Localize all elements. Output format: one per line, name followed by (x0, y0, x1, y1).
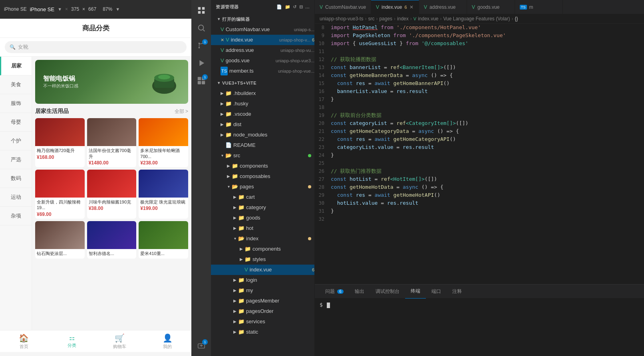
tab-close-index[interactable]: ✕ (409, 4, 413, 10)
tab-address[interactable]: V address.vue (419, 0, 467, 14)
panel-tab-comments[interactable]: 注释 (447, 285, 467, 299)
folder-static[interactable]: ▶ 📁 static (211, 327, 314, 337)
nav-item-cart[interactable]: 🛒 购物车 (96, 333, 144, 350)
category-item-premium[interactable]: 严选 (0, 150, 32, 169)
file-index-vue[interactable]: V index.vue 6 (211, 265, 314, 275)
terminal-content[interactable]: $ (315, 299, 644, 356)
product-card-6[interactable]: 极光限定 珠光蓝珐琅碗 ¥199.00 (139, 170, 188, 219)
open-file-address[interactable]: V address.vue uniapp-shop-vu... (211, 45, 314, 55)
folder-index-styles[interactable]: ▶ 📁 styles (211, 254, 314, 265)
search-icon[interactable] (194, 21, 209, 35)
product-card-1[interactable]: 梅乃宿梅酒720毫升 ¥168.00 (35, 118, 85, 167)
product-card-9[interactable]: 爱米410重... (139, 221, 188, 259)
open-file-index[interactable]: ✕ V index.vue uniapp-shop-v... 6 (211, 35, 314, 45)
new-folder-icon[interactable]: 📁 (285, 4, 291, 10)
section-more[interactable]: 全部 > (175, 108, 188, 115)
open-file-goods[interactable]: V goods.vue uniapp-shop-vue3... (211, 55, 314, 66)
remote-icon[interactable]: 1 (194, 338, 209, 353)
code-line-18: 18 (315, 103, 644, 111)
folder-goods[interactable]: ▶ 📁 goods (211, 213, 314, 223)
product-card-4[interactable]: 全新升级，四川酸辣椅19... ¥69.00 (35, 170, 85, 219)
folder-src[interactable]: ▾ 📂 src (211, 150, 314, 161)
readme-icon: 📄 (225, 141, 232, 150)
terminal-cursor (327, 303, 330, 308)
category-item-sports[interactable]: 运动 (0, 188, 32, 207)
zoom-dropdown-icon[interactable]: ▼ (115, 7, 120, 12)
more-icon[interactable]: ... (305, 4, 310, 10)
folder-pages-member[interactable]: ▶ 📁 pagesMember (211, 296, 314, 306)
line-content-16: bannerList.value = res.result (331, 87, 639, 95)
folder-cart[interactable]: ▶ 📁 cart (211, 192, 314, 202)
folder-index-components[interactable]: ▶ 📁 components (211, 244, 314, 254)
run-icon[interactable] (194, 56, 209, 70)
folder-category[interactable]: ▶ 📁 category (211, 202, 314, 213)
folder-icon-components: 📁 (232, 162, 238, 170)
folder-services[interactable]: ▶ 📁 services (211, 316, 314, 327)
folder-dist[interactable]: ▶ 📁 dist (211, 119, 314, 130)
product-card-2[interactable]: 法国年份佳文酱700毫升 ¥1480.00 (87, 118, 137, 167)
folder-hbuilderx[interactable]: ▶ 📁 .hbuilderx (211, 88, 314, 99)
problems-label: 问题 (325, 288, 335, 295)
tab-member[interactable]: TS m (515, 0, 563, 14)
collapse-icon[interactable]: ⊟ (299, 4, 303, 10)
folder-components[interactable]: ▶ 📁 components (211, 161, 314, 171)
folder-login[interactable]: ▶ 📁 login (211, 275, 314, 285)
folder-name-static: static (246, 328, 314, 336)
extensions-icon[interactable]: 1 (194, 73, 209, 88)
folder-pages[interactable]: ▾ 📂 pages (211, 182, 314, 192)
product-area: 智能电饭锅 不一样的米饭口感 居家生活用品 全部 > (32, 57, 191, 330)
product-card-8[interactable]: 智利赤德名... (87, 221, 137, 259)
category-item-fashion[interactable]: 服饰 (0, 94, 32, 113)
dropdown-icon[interactable]: ▼ (58, 7, 62, 12)
product-card-5[interactable]: 川味牛肉辣椒酱190克 ¥38.00 (87, 170, 137, 219)
panel-tab-output[interactable]: 输出 (349, 285, 370, 299)
breadcrumb-sep-2: › (376, 16, 378, 22)
category-item-digital[interactable]: 数码 (0, 169, 32, 188)
nav-item-profile[interactable]: 👤 我的 (143, 333, 191, 350)
panel-tab-terminal[interactable]: 终端 (405, 285, 426, 299)
category-item-personal[interactable]: 个护 (0, 132, 32, 150)
category-item-misc[interactable]: 杂项 (0, 207, 32, 225)
folder-hot[interactable]: ▶ 📁 hot (211, 223, 314, 233)
product-card-3[interactable]: 多米尼加辣年蛤蜊酒700... ¥238.00 (139, 118, 188, 167)
folder-node-modules[interactable]: ▶ 📁 node_modules (211, 130, 314, 140)
open-file-customnavbar[interactable]: V CustomNavbar.vue uniapp-s... (211, 24, 314, 35)
panel-tab-problems[interactable]: 问题 6 (320, 285, 349, 299)
panel-tab-ports[interactable]: 端口 (426, 285, 447, 299)
product-card-7[interactable]: 钻石陶瓷涂层... (35, 221, 85, 259)
file-readme[interactable]: 📄 README (211, 140, 314, 150)
vue-file-icon-4: V (221, 56, 224, 65)
code-view[interactable]: 8 import HotPanel from './components/Hot… (315, 24, 644, 284)
code-line-27: 27 const hotList = ref<HotItem[]>([]) (315, 175, 644, 183)
project-section[interactable]: ▾ VUE3+TS+VITE (211, 78, 314, 88)
category-item-home[interactable]: 居家 (0, 57, 32, 75)
search-bar[interactable]: 🔍 女靴 (0, 38, 191, 57)
vue-file-tree-icon: V (244, 265, 248, 274)
open-editors-section[interactable]: ▾ 打开的编辑器 (211, 14, 314, 24)
phone-screen: 商品分类 🔍 女靴 居家 美食 服饰 母婴 个护 严选 数码 运动 杂项 (0, 19, 191, 356)
refresh-icon[interactable]: ↺ (293, 4, 297, 10)
folder-husky[interactable]: ▶ 📁 .husky (211, 99, 314, 109)
panel-tab-debug[interactable]: 调试控制台 (370, 285, 405, 299)
open-file-member[interactable]: TS member.ts uniapp-shop-vue... (211, 66, 314, 76)
explorer-icon[interactable] (194, 3, 209, 18)
remote-badge: 1 (202, 339, 208, 345)
banner-image: 智能电饭锅 不一样的米饭口感 (35, 60, 188, 104)
folder-vscode[interactable]: ▶ 📁 .vscode (211, 109, 314, 119)
line-num-10: 10 (315, 40, 331, 47)
nav-item-home[interactable]: 🏠 首页 (0, 333, 48, 350)
line-num-18: 18 (315, 103, 331, 111)
folder-my[interactable]: ▶ 📁 my (211, 285, 314, 296)
new-file-icon[interactable]: 📄 (276, 4, 282, 10)
breadcrumb-sep-5: › (440, 16, 442, 22)
tab-index[interactable]: V index.vue 6 ✕ (371, 0, 419, 14)
nav-item-category[interactable]: ⚏ 分类 (48, 334, 96, 348)
tab-goods[interactable]: V goods.vue (467, 0, 515, 14)
folder-index[interactable]: ▾ 📂 index (211, 233, 314, 244)
category-item-food[interactable]: 美食 (0, 75, 32, 94)
folder-pages-order[interactable]: ▶ 📁 pagesOrder (211, 306, 314, 316)
category-item-mom[interactable]: 母婴 (0, 113, 32, 132)
tab-customnavbar[interactable]: V CustomNavbar.vue (315, 0, 371, 14)
source-control-icon[interactable]: 1 (194, 38, 209, 53)
folder-composables[interactable]: ▶ 📁 composables (211, 171, 314, 182)
